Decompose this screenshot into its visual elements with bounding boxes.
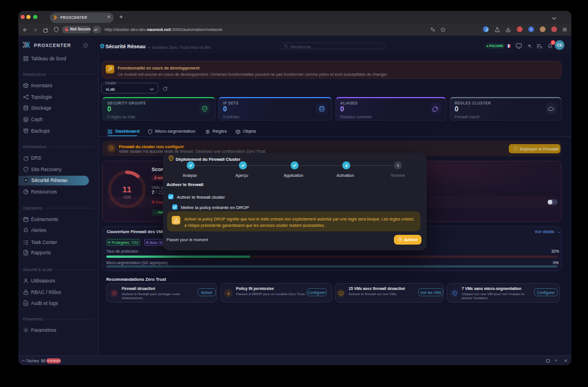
svg-text:11: 11	[122, 184, 132, 194]
